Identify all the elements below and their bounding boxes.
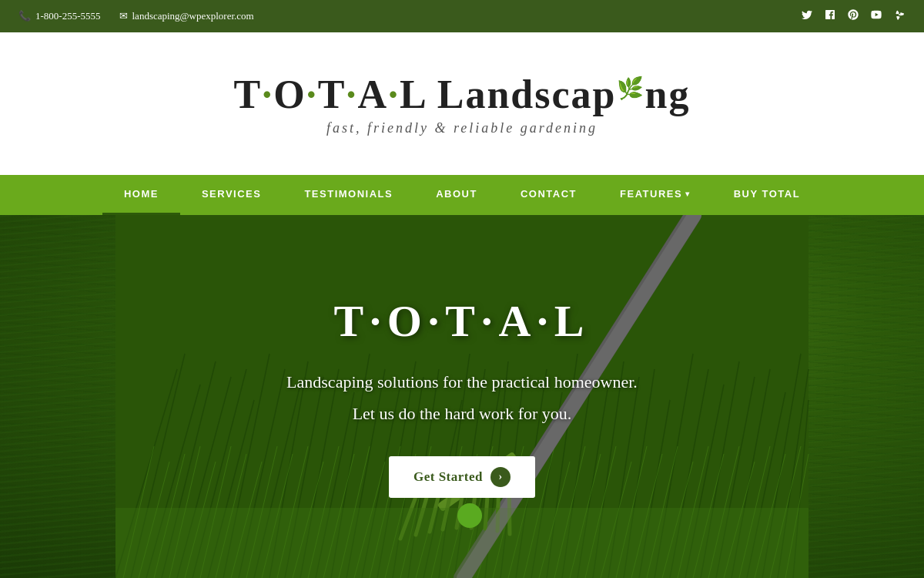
nav-testimonials[interactable]: TESTIMONIALS — [283, 175, 414, 215]
nav-buy-total[interactable]: BUY TOTAL — [712, 175, 822, 215]
hero-subtitle-line2: Let us do the hard work for you. — [286, 400, 638, 427]
social-links — [801, 8, 906, 24]
logo-text: T·O·T·A·L Landscap🌿ng — [234, 72, 691, 117]
btn-arrow-icon: › — [490, 467, 511, 487]
navbar: HOME SERVICES TESTIMONIALS ABOUT CONTACT… — [0, 175, 924, 215]
youtube-icon[interactable] — [870, 8, 882, 24]
get-started-button[interactable]: Get Started › — [389, 456, 535, 498]
nav-contact[interactable]: CONTACT — [499, 175, 598, 215]
phone-icon — [18, 10, 31, 22]
hero-content: T·O·T·A·L Landscaping solutions for the … — [271, 280, 653, 513]
hero-title: T·O·T·A·L — [286, 295, 638, 347]
header: T·O·T·A·L Landscap🌿ng fast, friendly & r… — [0, 32, 924, 175]
nav-about[interactable]: ABOUT — [414, 175, 499, 215]
hero-section: T·O·T·A·L Landscaping solutions for the … — [0, 215, 924, 578]
yelp-icon[interactable] — [893, 8, 906, 24]
logo-subtitle: fast, friendly & reliable gardening — [326, 120, 598, 136]
features-dropdown-chevron: ▾ — [685, 190, 691, 198]
email-address: landscaping@wpexplorer.com — [132, 10, 254, 22]
pinterest-icon[interactable] — [847, 8, 859, 24]
email-contact: landscaping@wpexplorer.com — [119, 10, 254, 22]
nav-services[interactable]: SERVICES — [180, 175, 283, 215]
phone-contact: 1-800-255-5555 — [18, 10, 101, 22]
topbar-left: 1-800-255-5555 landscaping@wpexplorer.co… — [18, 10, 254, 22]
facebook-icon[interactable] — [824, 8, 836, 24]
email-icon — [119, 10, 128, 22]
topbar: 1-800-255-5555 landscaping@wpexplorer.co… — [0, 0, 924, 32]
hero-subtitle-line1: Landscaping solutions for the practical … — [286, 368, 638, 395]
logo-leaves: 🌿 — [617, 76, 645, 101]
nav-features[interactable]: FEATURES ▾ — [598, 175, 712, 215]
logo: T·O·T·A·L Landscap🌿ng — [234, 72, 691, 117]
nav-home[interactable]: HOME — [102, 175, 180, 215]
twitter-icon[interactable] — [801, 8, 813, 24]
phone-number: 1-800-255-5555 — [35, 10, 101, 22]
